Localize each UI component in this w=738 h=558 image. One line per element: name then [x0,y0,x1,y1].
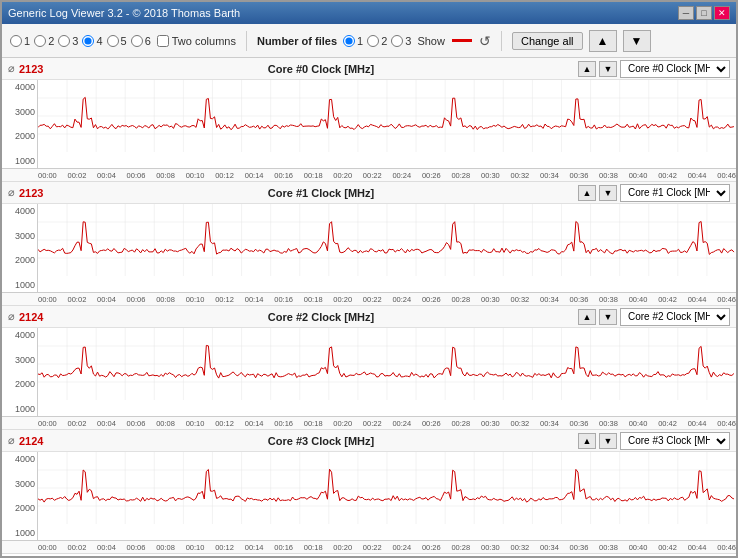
radio-5[interactable] [107,35,119,47]
y-label: 2000 [2,503,35,513]
radio-4[interactable] [82,35,94,47]
y-label: 1000 [2,404,35,414]
x-label: 00:34 [540,295,559,304]
x-label: 00:46 [717,171,736,180]
chart-controls-core1: ▲ ▼ Core #1 Clock [MHz] [578,184,730,202]
radio-label-5: 5 [121,35,127,47]
chart-header-core2: ⌀ 2124 Core #2 Clock [MHz] ▲ ▼ Core #2 C… [2,306,736,328]
chart-svg-core1 [38,204,736,276]
files-radio-label-3: 3 [405,35,411,47]
chart-up-btn-core3[interactable]: ▲ [578,433,596,449]
toolbar: 1 2 3 4 5 6 [2,24,736,58]
x-label: 00:40 [629,171,648,180]
chart-up-btn-core1[interactable]: ▲ [578,185,596,201]
files-radio-2[interactable] [367,35,379,47]
x-label: 00:34 [540,543,559,552]
chart-title-core3: Core #3 Clock [MHz] [64,435,578,447]
x-label: 00:26 [422,543,441,552]
x-label: 00:10 [186,171,205,180]
arrow-down-button[interactable]: ▼ [623,30,651,52]
x-label: 00:02 [68,171,87,180]
x-label: 00:38 [599,543,618,552]
show-label: Show [417,35,445,47]
radio-1[interactable] [10,35,22,47]
x-label: 00:32 [511,419,530,428]
files-radio-label-1: 1 [357,35,363,47]
x-label: 00:44 [688,419,707,428]
chart-dropdown-core3[interactable]: Core #3 Clock [MHz] [620,432,730,450]
radio-6[interactable] [131,35,143,47]
x-label: 00:32 [511,171,530,180]
window-title: Generic Log Viewer 3.2 - © 2018 Thomas B… [8,7,240,19]
chart-header-core3: ⌀ 2124 Core #3 Clock [MHz] ▲ ▼ Core #3 C… [2,430,736,452]
title-bar-buttons: ─ □ ✕ [678,6,730,20]
two-columns-checkbox[interactable] [157,35,169,47]
y-label: 1000 [2,280,35,290]
x-label: 00:38 [599,419,618,428]
toolbar-separator-1 [246,31,247,51]
x-label: 00:42 [658,543,677,552]
x-label: 00:18 [304,419,323,428]
x-label: 00:46 [717,419,736,428]
radio-item-1: 1 [10,35,30,47]
chart-up-btn-core2[interactable]: ▲ [578,309,596,325]
charts-area: ⌀ 2123 Core #0 Clock [MHz] ▲ ▼ Core #0 C… [2,58,736,556]
x-label: 00:30 [481,543,500,552]
radio-2[interactable] [34,35,46,47]
x-label: 00:20 [333,543,352,552]
y-label: 2000 [2,255,35,265]
title-bar: Generic Log Viewer 3.2 - © 2018 Thomas B… [2,2,736,24]
y-label: 4000 [2,82,35,92]
chart-header-core1: ⌀ 2123 Core #1 Clock [MHz] ▲ ▼ Core #1 C… [2,182,736,204]
x-label: 00:00 [38,171,57,180]
chart-dropdown-core1[interactable]: Core #1 Clock [MHz] [620,184,730,202]
chart-value-core2: 2124 [19,311,64,323]
change-all-button[interactable]: Change all [512,32,583,50]
chart-header-core0: ⌀ 2123 Core #0 Clock [MHz] ▲ ▼ Core #0 C… [2,58,736,80]
x-label: 00:04 [97,295,116,304]
x-label: 00:22 [363,295,382,304]
x-label: 00:18 [304,171,323,180]
x-label: 00:24 [392,171,411,180]
chart-down-btn-core0[interactable]: ▼ [599,61,617,77]
chart-down-btn-core3[interactable]: ▼ [599,433,617,449]
chart-up-btn-core0[interactable]: ▲ [578,61,596,77]
y-label: 3000 [2,479,35,489]
chart-panel-core0: ⌀ 2123 Core #0 Clock [MHz] ▲ ▼ Core #0 C… [2,58,736,182]
arrow-up-button[interactable]: ▲ [589,30,617,52]
x-label: 00:32 [511,543,530,552]
x-label: 00:26 [422,171,441,180]
maximize-button[interactable]: □ [696,6,712,20]
x-label: 00:44 [688,171,707,180]
x-label: 00:16 [274,171,293,180]
x-label: 00:14 [245,171,264,180]
x-label: 00:16 [274,543,293,552]
x-label: 00:40 [629,295,648,304]
chart-down-btn-core2[interactable]: ▼ [599,309,617,325]
x-label: 00:12 [215,543,234,552]
chart-svg-core0 [38,80,736,152]
radio-label-3: 3 [72,35,78,47]
chart-dropdown-core2[interactable]: Core #2 Clock [MHz] [620,308,730,326]
files-radio-label-2: 2 [381,35,387,47]
chart-dropdown-core0[interactable]: Core #0 Clock [MHz] [620,60,730,78]
chart-value-core1: 2123 [19,187,64,199]
files-radio-3[interactable] [391,35,403,47]
phi-symbol-core3: ⌀ [8,434,15,447]
files-radio-1[interactable] [343,35,355,47]
x-label: 00:24 [392,543,411,552]
chart-body-core1: 4000300020001000 00:0000:0200:0400:0600:… [2,204,736,305]
x-label: 00:32 [511,295,530,304]
view-radio-group: 1 2 3 4 5 6 [10,35,151,47]
close-button[interactable]: ✕ [714,6,730,20]
x-label: 00:22 [363,419,382,428]
refresh-icon[interactable]: ↺ [479,33,491,49]
chart-down-btn-core1[interactable]: ▼ [599,185,617,201]
radio-3[interactable] [58,35,70,47]
x-label: 00:14 [245,543,264,552]
radio-item-2: 2 [34,35,54,47]
chart-title-core1: Core #1 Clock [MHz] [64,187,578,199]
x-label: 00:02 [68,543,87,552]
x-label: 00:42 [658,171,677,180]
minimize-button[interactable]: ─ [678,6,694,20]
